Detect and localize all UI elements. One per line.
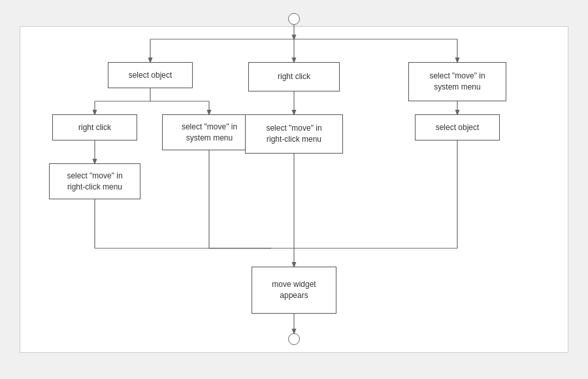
start-circle — [288, 13, 300, 25]
select-move-system-node-1: select "move" in system menu — [162, 114, 257, 150]
end-circle — [288, 333, 300, 345]
select-move-rightclick-node-2: select "move" in right-click menu — [245, 114, 343, 154]
move-widget-node: move widget appears — [252, 267, 336, 314]
select-object-node-2: select object — [415, 114, 500, 140]
right-click-node-2: right click — [248, 62, 340, 91]
select-object-node: select object — [108, 62, 193, 88]
select-move-system-node-2: select "move" in system menu — [408, 62, 506, 101]
diagram-container: select object right click select "move" … — [0, 0, 588, 379]
right-click-node-1: right click — [52, 114, 137, 140]
select-move-rightclick-node-1: select "move" in right-click menu — [49, 163, 140, 199]
